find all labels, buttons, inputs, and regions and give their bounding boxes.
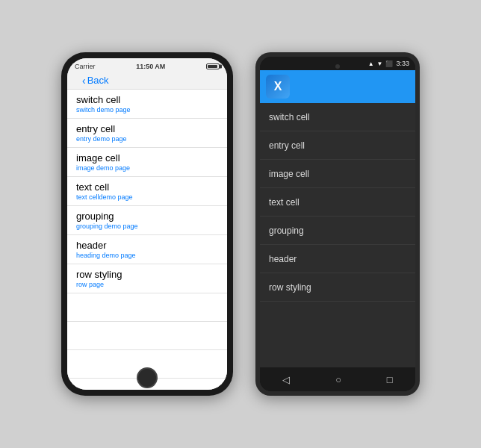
list-item[interactable]: row styling row page (67, 264, 227, 293)
item-sub-text: heading demo page (76, 252, 218, 259)
item-main-text: image cell (76, 152, 218, 164)
list-item-empty (67, 293, 227, 322)
android-home-icon[interactable]: ○ (335, 374, 341, 385)
ios-phone: Carrier 11:50 AM ‹ Back switch cell swit… (61, 52, 233, 396)
list-item[interactable]: text cell (260, 188, 415, 217)
list-item[interactable]: row styling (260, 273, 415, 302)
item-text: entry cell (269, 140, 305, 151)
back-label: Back (87, 75, 109, 86)
list-item[interactable]: text cell text celldemo page (67, 177, 227, 206)
list-item[interactable]: switch cell switch demo page (67, 90, 227, 119)
item-text: grouping (269, 225, 304, 236)
list-item[interactable]: image cell (260, 160, 415, 188)
wifi-icon: ▼ (377, 60, 383, 67)
item-sub-text: switch demo page (76, 106, 218, 113)
item-main-text: switch cell (76, 94, 218, 105)
ios-list: switch cell switch demo page entry cell … (67, 90, 227, 390)
android-nav-bar: ◁ ○ □ (260, 367, 415, 391)
battery-icon: ⬛ (385, 60, 393, 67)
item-text: header (269, 254, 297, 264)
item-text: switch cell (269, 112, 310, 122)
chevron-left-icon: ‹ (82, 75, 86, 86)
ios-home-button[interactable] (137, 367, 158, 388)
list-item[interactable]: entry cell entry demo page (67, 119, 227, 148)
item-sub-text: grouping demo page (76, 223, 218, 230)
ios-top-bar: Carrier 11:50 AM ‹ Back (67, 58, 227, 90)
item-main-text: text cell (76, 181, 218, 193)
list-item[interactable]: image cell image demo page (67, 148, 227, 177)
item-main-text: header (76, 240, 218, 251)
ios-time: 11:50 AM (136, 63, 165, 70)
item-main-text: grouping (76, 211, 218, 222)
item-sub-text: entry demo page (76, 135, 218, 143)
item-sub-text: row page (76, 281, 218, 288)
list-item[interactable]: grouping grouping demo page (67, 206, 227, 235)
item-main-text: row styling (76, 269, 218, 280)
item-sub-text: image demo page (76, 164, 218, 172)
ios-carrier: Carrier (75, 63, 96, 70)
ios-status-bar: Carrier 11:50 AM (75, 61, 220, 72)
list-item[interactable]: entry cell (260, 131, 415, 160)
app-icon-label: X (274, 80, 282, 93)
android-app-icon: X (266, 75, 290, 99)
item-main-text: entry cell (76, 123, 218, 134)
ios-back-button[interactable]: ‹ Back (82, 75, 109, 86)
list-item[interactable]: switch cell (260, 103, 415, 131)
android-back-icon[interactable]: ◁ (282, 374, 290, 385)
item-text: row styling (269, 282, 311, 293)
list-item[interactable]: header heading demo page (67, 235, 227, 264)
android-list: switch cell entry cell image cell text c… (260, 103, 415, 367)
android-recent-icon[interactable]: □ (387, 374, 393, 385)
list-item[interactable]: grouping (260, 217, 415, 245)
android-time: 3:33 (396, 60, 409, 67)
ios-battery-icon (206, 63, 220, 69)
android-header: X (260, 70, 415, 103)
ios-nav-bar: ‹ Back (75, 72, 220, 89)
signal-icon: ▲ (368, 60, 374, 67)
android-camera (335, 64, 340, 69)
item-text: text cell (269, 197, 300, 208)
item-text: image cell (269, 169, 309, 179)
list-item[interactable]: header (260, 245, 415, 273)
android-phone: ▲ ▼ ⬛ 3:33 X switch cell entry cell imag… (255, 52, 420, 396)
list-item-empty (67, 322, 227, 350)
item-sub-text: text celldemo page (76, 193, 218, 201)
